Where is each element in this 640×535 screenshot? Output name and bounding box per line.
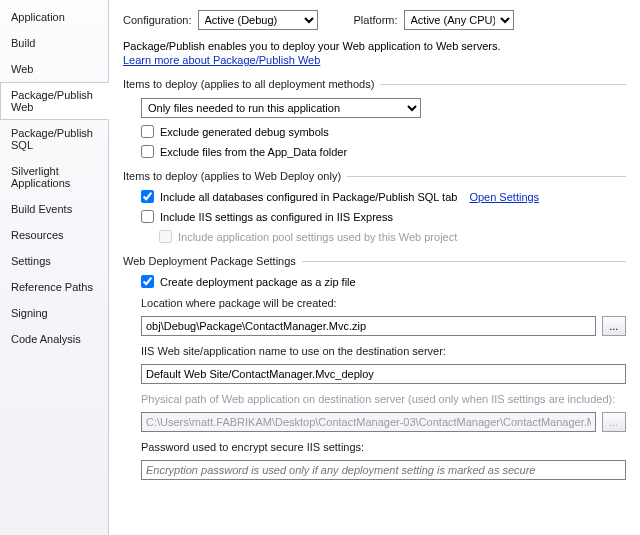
sidebar-item-label: Settings — [11, 255, 51, 267]
location-browse-button[interactable]: ... — [602, 316, 626, 336]
sidebar-item-label: Build — [11, 37, 35, 49]
checkbox-label: Exclude files from the App_Data folder — [160, 146, 347, 158]
include-apppool-input — [159, 230, 172, 243]
sidebar-item-label: Build Events — [11, 203, 72, 215]
open-settings-link[interactable]: Open Settings — [469, 191, 539, 203]
checkbox-label: Create deployment package as a zip file — [160, 276, 356, 288]
divider — [380, 84, 626, 85]
exclude-debug-checkbox[interactable]: Exclude generated debug symbols — [141, 125, 626, 138]
iis-name-input[interactable] — [141, 364, 626, 384]
platform-label: Platform: — [354, 14, 398, 26]
sidebar-item-package-publish-web[interactable]: Package/Publish Web — [0, 82, 109, 120]
group-title: Items to deploy (applies to Web Deploy o… — [123, 170, 341, 182]
location-label: Location where package will be created: — [141, 297, 626, 309]
sidebar-item-signing[interactable]: Signing — [0, 300, 108, 326]
sidebar-item-label: Package/Publish SQL — [11, 127, 93, 151]
include-iis-checkbox[interactable]: Include IIS settings as configured in II… — [141, 210, 626, 223]
sidebar-item-resources[interactable]: Resources — [0, 222, 108, 248]
exclude-appdata-input[interactable] — [141, 145, 154, 158]
checkbox-label: Exclude generated debug symbols — [160, 126, 329, 138]
include-apppool-checkbox: Include application pool settings used b… — [141, 230, 626, 243]
sidebar-item-label: Web — [11, 63, 33, 75]
create-zip-input[interactable] — [141, 275, 154, 288]
sidebar-item-reference-paths[interactable]: Reference Paths — [0, 274, 108, 300]
platform-select[interactable]: Active (Any CPU) — [404, 10, 514, 30]
learn-more-link[interactable]: Learn more about Package/Publish Web — [123, 54, 320, 66]
sidebar-item-web[interactable]: Web — [0, 56, 108, 82]
group-title: Items to deploy (applies to all deployme… — [123, 78, 374, 90]
include-iis-input[interactable] — [141, 210, 154, 223]
group-title: Web Deployment Package Settings — [123, 255, 296, 267]
deploy-mode-select[interactable]: Only files needed to run this applicatio… — [141, 98, 421, 118]
sidebar-item-label: Signing — [11, 307, 48, 319]
group-items-webdeploy: Items to deploy (applies to Web Deploy o… — [123, 170, 626, 243]
sidebar-item-label: Code Analysis — [11, 333, 81, 345]
sidebar-item-application[interactable]: Application — [0, 4, 108, 30]
main-panel: Configuration: Active (Debug) Platform: … — [108, 0, 640, 535]
group-items-all: Items to deploy (applies to all deployme… — [123, 78, 626, 158]
divider — [302, 261, 626, 262]
checkbox-label: Include application pool settings used b… — [178, 231, 457, 243]
sidebar-item-label: Reference Paths — [11, 281, 93, 293]
sidebar-item-label: Package/Publish Web — [11, 89, 93, 113]
config-platform-row: Configuration: Active (Debug) Platform: … — [123, 10, 626, 30]
configuration-label: Configuration: — [123, 14, 192, 26]
sidebar-item-label: Silverlight Applications — [11, 165, 70, 189]
exclude-appdata-checkbox[interactable]: Exclude files from the App_Data folder — [141, 145, 626, 158]
exclude-debug-input[interactable] — [141, 125, 154, 138]
include-db-input[interactable] — [141, 190, 154, 203]
password-input[interactable] — [141, 460, 626, 480]
location-input[interactable] — [141, 316, 596, 336]
sidebar-item-package-publish-sql[interactable]: Package/Publish SQL — [0, 120, 108, 158]
sidebar: Application Build Web Package/Publish We… — [0, 0, 108, 535]
checkbox-label: Include all databases configured in Pack… — [160, 191, 457, 203]
divider — [347, 176, 626, 177]
sidebar-item-code-analysis[interactable]: Code Analysis — [0, 326, 108, 352]
sidebar-item-settings[interactable]: Settings — [0, 248, 108, 274]
group-package-settings: Web Deployment Package Settings Create d… — [123, 255, 626, 480]
physical-path-label: Physical path of Web application on dest… — [141, 393, 626, 405]
create-zip-checkbox[interactable]: Create deployment package as a zip file — [141, 275, 626, 288]
physical-path-browse-button: ... — [602, 412, 626, 432]
project-properties-page: Application Build Web Package/Publish We… — [0, 0, 640, 535]
configuration-select[interactable]: Active (Debug) — [198, 10, 318, 30]
sidebar-item-build-events[interactable]: Build Events — [0, 196, 108, 222]
sidebar-item-build[interactable]: Build — [0, 30, 108, 56]
sidebar-item-label: Resources — [11, 229, 64, 241]
iis-name-label: IIS Web site/application name to use on … — [141, 345, 626, 357]
checkbox-label: Include IIS settings as configured in II… — [160, 211, 393, 223]
physical-path-input — [141, 412, 596, 432]
sidebar-item-label: Application — [11, 11, 65, 23]
sidebar-item-silverlight-applications[interactable]: Silverlight Applications — [0, 158, 108, 196]
password-label: Password used to encrypt secure IIS sett… — [141, 441, 626, 453]
intro-text: Package/Publish enables you to deploy yo… — [123, 40, 626, 52]
